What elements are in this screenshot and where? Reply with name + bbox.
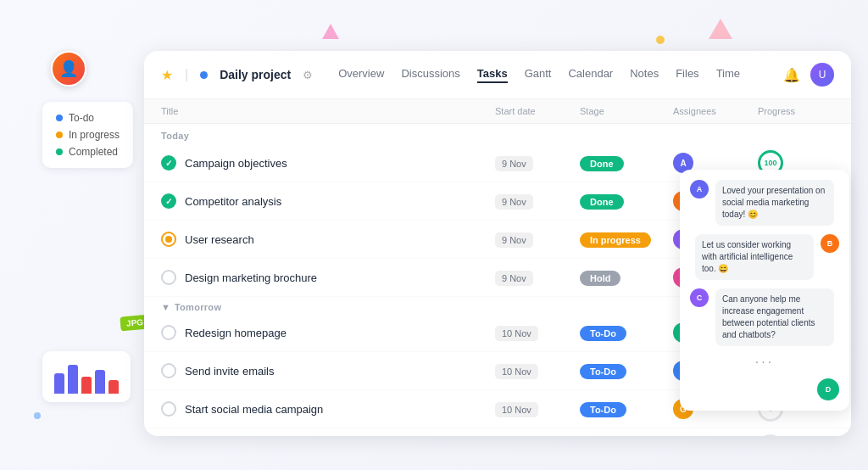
header-user-avatar[interactable]: U	[810, 63, 834, 87]
legend-label-completed: Completed	[69, 146, 118, 158]
check-done-icon[interactable]	[161, 155, 176, 171]
check-empty-icon[interactable]	[161, 401, 176, 417]
tab-calendar[interactable]: Calendar	[568, 67, 613, 83]
bar-2	[68, 365, 78, 394]
nav-tabs: Overview Discussions Tasks Gantt Calenda…	[338, 67, 771, 83]
project-title: Daily project	[220, 68, 291, 81]
check-progress-icon[interactable]	[161, 232, 176, 247]
deco-triangle-1	[322, 24, 339, 39]
deco-triangle-2	[709, 19, 732, 39]
task-name-cell: Campaign objectives	[161, 155, 495, 171]
tab-overview[interactable]: Overview	[338, 67, 384, 83]
task-name: Campaign objectives	[185, 157, 287, 170]
chat-message-3: C Can anyone help me increase engagement…	[690, 288, 839, 346]
legend-inprogress: In progress	[56, 129, 120, 141]
chat-bubble-2: Let us consider working with artificial …	[695, 234, 814, 280]
col-title: Title	[161, 106, 495, 116]
col-progress: Progress	[758, 106, 834, 116]
bar-3	[81, 377, 92, 394]
settings-icon[interactable]: ⚙	[303, 69, 313, 81]
task-stage: To-Do	[580, 363, 673, 379]
chat-avatar-1: A	[690, 180, 709, 199]
task-name-cell: Start social media campaign	[161, 401, 495, 417]
legend-label-todo: To-do	[69, 112, 94, 124]
header-divider: |	[185, 67, 188, 82]
check-empty-icon[interactable]	[161, 363, 176, 378]
legend-dot-completed	[56, 148, 63, 155]
check-empty-icon[interactable]	[161, 270, 176, 285]
bar-chart-widget	[42, 351, 131, 402]
check-done-icon[interactable]	[161, 193, 176, 209]
chat-bubble-3: Can anyone help me increase engagement b…	[715, 288, 834, 346]
task-date: 9 Nov	[495, 155, 580, 171]
col-stage: Stage	[580, 106, 673, 116]
tab-tasks[interactable]: Tasks	[477, 67, 508, 83]
header-right: 🔔 U	[783, 63, 834, 87]
chat-input-avatar: D	[817, 378, 839, 400]
task-name: Competitor analysis	[185, 195, 281, 208]
tab-notes[interactable]: Notes	[630, 67, 659, 83]
tab-discussions[interactable]: Discussions	[401, 67, 459, 83]
chat-panel: A Loved your presentation on social medi…	[680, 170, 849, 411]
task-stage: To-Do	[580, 401, 673, 417]
col-assignees: Assignees	[673, 106, 758, 116]
task-progress: 0	[758, 434, 834, 436]
chat-avatar-2: B	[821, 234, 839, 253]
task-name: Design marketing brochure	[185, 271, 317, 284]
chat-bubble-1: Loved your presentation on social media …	[715, 180, 834, 226]
tab-files[interactable]: Files	[676, 67, 698, 83]
chat-avatar-3: C	[690, 288, 709, 307]
legend-dot-inprogress	[56, 131, 63, 138]
task-name-cell: Design marketing brochure	[161, 270, 495, 285]
task-name: Send invite emails	[185, 365, 275, 378]
task-name-cell: User research	[161, 232, 495, 247]
section-today: Today	[144, 124, 851, 144]
task-stage: Done	[580, 155, 673, 171]
chat-message-1: A Loved your presentation on social medi…	[690, 180, 839, 226]
bar-1	[54, 373, 64, 394]
legend-todo: To-do	[56, 112, 120, 124]
table-header-row: Title Start date Stage Assignees Progres…	[144, 99, 851, 124]
card-header: ★ | Daily project ⚙ Overview Discussions…	[144, 51, 851, 99]
deco-dot-blue	[34, 412, 41, 419]
check-empty-icon[interactable]	[161, 325, 176, 340]
chevron-icon: ▼	[161, 302, 170, 312]
task-name: Redesign homepage	[185, 327, 287, 339]
tab-time[interactable]: Time	[716, 67, 740, 83]
star-icon[interactable]: ★	[161, 67, 173, 83]
col-startdate: Start date	[495, 106, 580, 116]
task-date: 9 Nov	[495, 232, 580, 248]
legend-dot-todo	[56, 115, 63, 121]
section-tomorrow: Tomorrow	[175, 302, 221, 312]
deco-dot-yellow	[656, 36, 665, 44]
task-date: 9 Nov	[495, 193, 580, 210]
background: 👤 To-do In progress Completed JPG PNG ★ …	[0, 0, 868, 470]
bar-5	[108, 380, 119, 394]
task-name-cell: Redesign homepage	[161, 325, 495, 340]
bar-4	[95, 370, 105, 394]
task-stage: Hold	[580, 270, 673, 286]
task-name-cell: Competitor analysis	[161, 193, 495, 209]
more-options-icon[interactable]: ···	[690, 355, 839, 370]
chat-message-2: B Let us consider working with artificia…	[690, 234, 839, 280]
task-name-cell: Send invite emails	[161, 363, 495, 378]
task-name: User research	[185, 233, 254, 246]
tab-gantt[interactable]: Gantt	[525, 67, 552, 83]
task-name: Start social media campaign	[185, 403, 323, 416]
legend-widget: To-do In progress Completed	[42, 102, 133, 168]
task-stage: To-Do	[580, 325, 673, 341]
table-row[interactable]: Analyze progress 10 Nov To-Do H 0	[144, 428, 851, 436]
task-date: 10 Nov	[495, 401, 580, 417]
legend-completed: Completed	[56, 146, 120, 158]
task-date: 9 Nov	[495, 270, 580, 286]
project-color-dot	[200, 71, 208, 79]
task-date: 10 Nov	[495, 363, 580, 379]
user-avatar-topleft[interactable]: 👤	[51, 51, 86, 87]
task-stage: Done	[580, 193, 673, 210]
task-stage: In progress	[580, 232, 673, 248]
legend-label-inprogress: In progress	[69, 129, 120, 141]
progress-circle: 0	[758, 434, 783, 436]
task-date: 10 Nov	[495, 325, 580, 341]
bell-icon[interactable]: 🔔	[783, 67, 800, 83]
